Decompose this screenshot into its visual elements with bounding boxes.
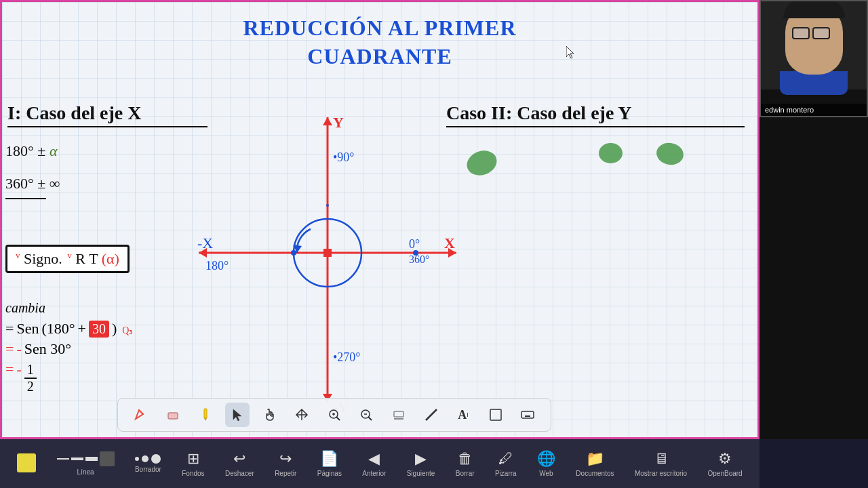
web-icon: 🌐 (537, 450, 555, 468)
case2-heading: Caso II: Caso del eje Y (446, 102, 632, 124)
board-btn[interactable]: 🖊 Pizarra (495, 450, 517, 477)
pages-label: Páginas (317, 470, 342, 477)
shape-tool-btn[interactable] (484, 403, 508, 427)
dot-large (151, 454, 161, 464)
svg-text:•90°: •90° (333, 150, 355, 164)
next-btn[interactable]: ▶ Siguiente (407, 450, 435, 477)
zoom-in-btn[interactable] (322, 403, 347, 427)
show-desktop-icon: 🖥 (654, 450, 669, 468)
svg-point-19 (413, 250, 418, 256)
svg-line-21 (139, 410, 143, 414)
case1-underline (7, 126, 208, 127)
title-text: Reducción al primer cuadrante (243, 14, 516, 70)
zoom-out-btn[interactable] (354, 403, 378, 427)
svg-line-34 (426, 409, 437, 420)
next-label: Siguiente (407, 470, 435, 477)
web-btn[interactable]: 🌐 Web (537, 450, 555, 477)
line-thin (57, 458, 69, 460)
math-content: 180° ± α 360° ± ∞ (5, 138, 60, 199)
line-options-group[interactable]: Línea (57, 451, 115, 476)
board-icon: 🖊 (498, 450, 513, 468)
webcam-name-bar: edwin montero (761, 104, 867, 116)
eraser-options-group[interactable]: Borrador (135, 454, 161, 473)
redo-btn[interactable]: ↪ Repetir (275, 450, 296, 477)
prev-btn[interactable]: ◀ Anterior (362, 450, 386, 477)
svg-rect-7 (323, 249, 332, 257)
signo-box: v Signo. v R T (α) (5, 245, 130, 273)
coordinate-system: Y -Y X -X •90° 180° 0° 360° •270° (185, 104, 470, 415)
line-thick (85, 457, 98, 461)
show-desktop-label: Mostrar escritorio (635, 470, 687, 477)
webcam-video (761, 1, 867, 89)
openboard-label: OpenBoard (708, 470, 743, 477)
pan-tool-btn[interactable] (290, 403, 314, 427)
web-label: Web (539, 470, 553, 477)
title-line1: Reducción al primer (243, 16, 516, 40)
line-rect (100, 451, 115, 466)
show-desktop-btn[interactable]: 🖥 Mostrar escritorio (635, 450, 687, 477)
svg-text:•270°: •270° (333, 350, 361, 364)
delete-icon: 🗑 (458, 450, 473, 468)
documents-label: Documentos (576, 470, 614, 477)
documents-btn[interactable]: 📁 Documentos (576, 450, 614, 477)
cambia-section: cambia = Sen (180° + 30 ) Q₃ = - Sen 30°… (5, 300, 133, 394)
green-blob-2 (599, 143, 623, 163)
svg-rect-36 (521, 411, 534, 418)
cambia-label: cambia (5, 300, 133, 316)
side-panel (760, 117, 868, 439)
svg-text:X: X (444, 235, 455, 251)
line-tool-btn[interactable] (419, 403, 443, 427)
svg-rect-35 (490, 409, 501, 420)
svg-text:-X: -X (197, 235, 213, 251)
svg-marker-24 (204, 418, 207, 421)
whiteboard[interactable]: Reducción al primer cuadrante I: Caso de… (0, 0, 760, 439)
redo-label: Repetir (275, 470, 296, 477)
undo-icon: ↩ (233, 450, 245, 468)
svg-rect-32 (394, 411, 403, 417)
pencil-tool-btn[interactable] (193, 403, 218, 427)
green-blob-3 (655, 141, 686, 167)
case1-heading: I: Caso del eje X (7, 102, 142, 124)
dot-small (135, 457, 139, 461)
svg-point-20 (326, 204, 329, 207)
highlighter-btn[interactable] (387, 403, 411, 427)
hand-select-btn[interactable] (258, 403, 282, 427)
backgrounds-icon: ⊞ (187, 450, 199, 468)
webcam-panel: edwin montero (760, 0, 868, 117)
math-line1: 180° ± α (5, 138, 60, 165)
line-label: Línea (77, 468, 94, 476)
line-medium (71, 458, 83, 460)
keyboard-tool-btn[interactable] (515, 403, 540, 427)
text-tool-btn[interactable]: AI (451, 403, 475, 427)
eraser-tool-btn[interactable] (161, 403, 185, 427)
svg-text:0°: 0° (409, 237, 420, 251)
pages-icon: 📄 (320, 450, 338, 468)
prev-label: Anterior (362, 470, 386, 477)
svg-rect-23 (204, 409, 207, 418)
svg-text:360°: 360° (409, 253, 429, 265)
line-options (57, 451, 115, 466)
redo-icon: ↪ (279, 450, 292, 468)
delete-btn[interactable]: 🗑 Borrar (456, 450, 475, 477)
delete-label: Borrar (456, 470, 475, 477)
backgrounds-label: Fondos (182, 470, 204, 477)
title-area: Reducción al primer cuadrante (243, 14, 516, 70)
undo-btn[interactable]: ↩ Deshacer (225, 450, 254, 477)
svg-point-18 (291, 250, 296, 256)
dot-medium (142, 455, 149, 462)
svg-text:Y: Y (333, 114, 344, 131)
backgrounds-btn[interactable]: ⊞ Fondos (182, 450, 204, 477)
dot-options (135, 454, 161, 464)
next-icon: ▶ (415, 450, 427, 468)
signo-text: v Signo. v R T (α) (16, 250, 119, 267)
documents-icon: 📁 (586, 450, 604, 468)
select-tool-btn[interactable] (225, 403, 250, 427)
openboard-btn[interactable]: ⚙ OpenBoard (708, 450, 743, 477)
drawing-toolbar: AI (117, 398, 551, 432)
pages-btn[interactable]: 📄 Páginas (317, 450, 342, 477)
svg-text:180°: 180° (205, 259, 229, 272)
svg-marker-4 (323, 117, 332, 125)
pen-tool-btn[interactable] (129, 403, 153, 427)
page-color-btn[interactable] (17, 453, 36, 474)
undo-label: Deshacer (225, 470, 254, 477)
